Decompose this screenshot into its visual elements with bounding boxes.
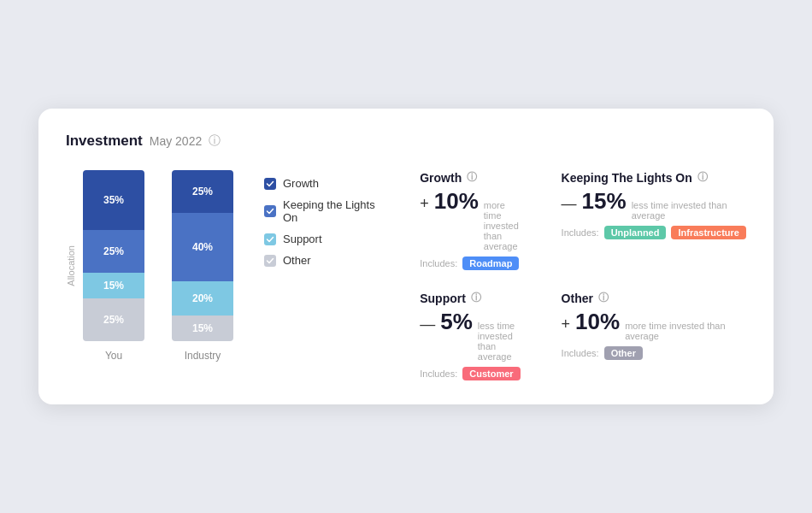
stat-percent: 10%	[434, 190, 479, 212]
bar-segment: 15%	[172, 315, 233, 341]
stat-tag[interactable]: Customer	[462, 367, 520, 380]
legend-item: Keeping the Lights On	[264, 198, 379, 224]
legend-checkbox-icon[interactable]	[264, 233, 276, 245]
y-axis-label: Allocation	[66, 245, 76, 286]
card-header: Investment May 2022 ⓘ	[66, 133, 746, 150]
stat-title-text: Other	[562, 292, 593, 305]
stat-includes-label: Includes:	[562, 348, 599, 358]
stat-sign: —	[420, 316, 435, 332]
stat-title: Growth ⓘ	[420, 170, 520, 185]
investment-card: Investment May 2022 ⓘ Allocation 35%25%1…	[38, 109, 774, 404]
bar-you-label: You	[105, 350, 122, 362]
stat-value-row: + 10% more time invested than average	[562, 310, 746, 341]
stat-includes-row: Includes:UnplannedInfrastructure	[562, 226, 746, 239]
legend-checkbox-icon[interactable]	[264, 255, 276, 267]
stat-tag[interactable]: Roadmap	[462, 256, 519, 270]
stat-tag[interactable]: Other	[604, 346, 643, 360]
legend: GrowthKeeping the Lights OnSupportOther	[264, 170, 379, 267]
bar-segment: 25%	[83, 298, 144, 341]
stat-sign: +	[420, 196, 429, 211]
bars-container: 35%25%15%25% You 25%40%20%15% Industry	[83, 170, 233, 362]
stat-description: less time invested than average	[632, 200, 746, 221]
stat-includes-row: Includes:Customer	[420, 367, 520, 380]
stat-percent: 15%	[582, 190, 627, 212]
stat-percent: 10%	[575, 310, 620, 333]
stat-info-icon[interactable]: ⓘ	[598, 291, 609, 305]
stat-block-other: Other ⓘ + 10% more time invested than av…	[562, 291, 746, 380]
stat-title-text: Support	[420, 292, 466, 305]
card-title: Investment	[66, 133, 143, 150]
stat-title: Other ⓘ	[562, 291, 746, 305]
stat-description: more time invested than average	[484, 200, 521, 251]
legend-item: Growth	[264, 177, 379, 190]
bar-industry: 25%40%20%15%	[172, 170, 233, 341]
stat-description: less time invested than average	[478, 321, 521, 362]
stat-block-keeping: Keeping The Lights On ⓘ — 15% less time …	[562, 170, 746, 270]
bar-industry-label: Industry	[185, 350, 221, 362]
stat-includes-label: Includes:	[420, 369, 457, 379]
stats-grid: Growth ⓘ + 10% more time invested than a…	[420, 170, 746, 380]
stat-value-row: — 5% less time invested than average	[420, 310, 520, 362]
bar-segment: 25%	[83, 230, 144, 273]
stat-title-text: Growth	[420, 171, 462, 185]
stat-tag[interactable]: Unplanned	[604, 226, 667, 239]
bar-segment: 25%	[172, 170, 233, 213]
stat-block-growth: Growth ⓘ + 10% more time invested than a…	[420, 170, 520, 270]
stat-description: more time invested than average	[625, 321, 746, 341]
stat-includes-label: Includes:	[420, 258, 457, 268]
bar-segment: 15%	[83, 273, 144, 298]
bar-you: 35%25%15%25%	[83, 170, 144, 341]
stat-title: Keeping The Lights On ⓘ	[562, 170, 746, 185]
card-subtitle: May 2022	[150, 134, 202, 148]
stat-includes-row: Includes:Other	[562, 346, 746, 360]
stat-sign: +	[562, 316, 571, 332]
bar-segment: 20%	[172, 281, 233, 315]
legend-item: Other	[264, 254, 379, 267]
stat-value-row: + 10% more time invested than average	[420, 190, 520, 251]
stat-info-icon[interactable]: ⓘ	[467, 170, 477, 185]
bar-segment: 40%	[172, 213, 233, 281]
info-icon[interactable]: ⓘ	[209, 133, 221, 149]
stat-tag[interactable]: Infrastructure	[671, 226, 746, 239]
stat-value-row: — 15% less time invested than average	[562, 190, 746, 221]
legend-label: Keeping the Lights On	[283, 198, 379, 224]
stat-includes-row: Includes:Roadmap	[420, 256, 520, 270]
stat-sign: —	[562, 196, 577, 211]
stat-block-support: Support ⓘ — 5% less time invested than a…	[420, 291, 520, 380]
chart-area: Allocation 35%25%15%25% You 25%40%20%15%…	[66, 170, 237, 362]
stat-includes-label: Includes:	[562, 227, 599, 238]
stat-title: Support ⓘ	[420, 291, 520, 305]
stat-info-icon[interactable]: ⓘ	[697, 170, 708, 185]
legend-checkbox-icon[interactable]	[264, 205, 276, 217]
stat-percent: 5%	[440, 310, 473, 333]
stat-title-text: Keeping The Lights On	[562, 171, 692, 185]
legend-item: Support	[264, 233, 379, 245]
bar-segment: 35%	[83, 170, 144, 230]
legend-checkbox-icon[interactable]	[264, 178, 276, 190]
legend-label: Other	[283, 254, 311, 267]
legend-label: Support	[283, 233, 322, 245]
stat-info-icon[interactable]: ⓘ	[471, 291, 481, 305]
bar-group-you: 35%25%15%25% You	[83, 170, 144, 362]
card-body: Allocation 35%25%15%25% You 25%40%20%15%…	[66, 170, 746, 380]
bar-group-industry: 25%40%20%15% Industry	[172, 170, 233, 362]
legend-label: Growth	[283, 177, 319, 190]
